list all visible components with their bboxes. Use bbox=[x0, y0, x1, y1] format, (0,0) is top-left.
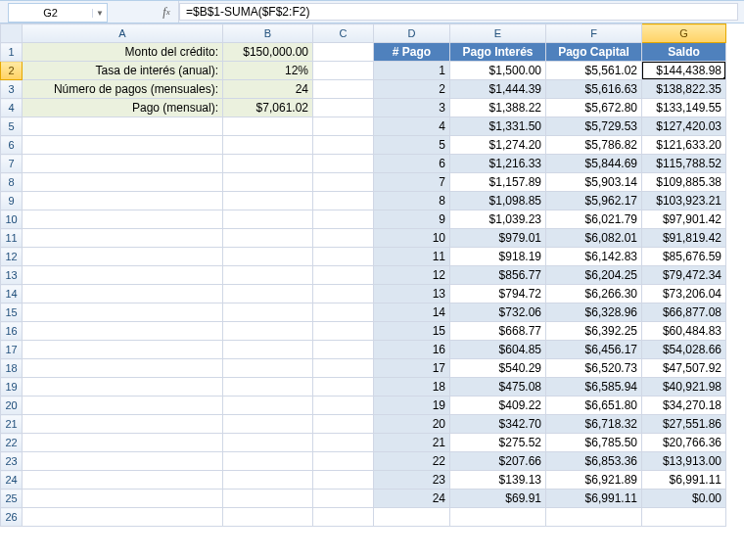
cell-G2[interactable]: $144,438.98 bbox=[642, 62, 726, 80]
cell-E8[interactable]: $1,157.89 bbox=[450, 173, 546, 192]
cell-E20[interactable]: $409.22 bbox=[450, 397, 546, 415]
cell-E19[interactable]: $475.08 bbox=[450, 378, 546, 397]
cell-A18[interactable] bbox=[23, 359, 223, 378]
row-header-17[interactable]: 17 bbox=[1, 341, 23, 359]
cell-F26[interactable] bbox=[546, 508, 642, 527]
cell-G25[interactable]: $0.00 bbox=[642, 490, 726, 508]
cell-G9[interactable]: $103,923.21 bbox=[642, 192, 726, 210]
cell-D14[interactable]: 13 bbox=[374, 285, 450, 303]
cell-G21[interactable]: $27,551.86 bbox=[642, 415, 726, 434]
cell-B12[interactable] bbox=[223, 248, 313, 266]
cell-A20[interactable] bbox=[23, 397, 223, 415]
cell-C18[interactable] bbox=[313, 359, 374, 378]
cell-C25[interactable] bbox=[313, 490, 374, 508]
cell-E9[interactable]: $1,098.85 bbox=[450, 192, 546, 210]
cell-F2[interactable]: $5,561.02 bbox=[546, 62, 642, 80]
dropdown-icon[interactable]: ▼ bbox=[92, 9, 107, 18]
cell-D13[interactable]: 12 bbox=[374, 266, 450, 285]
cell-A26[interactable] bbox=[23, 508, 223, 527]
cell-D3[interactable]: 2 bbox=[374, 80, 450, 99]
column-header-E[interactable]: E bbox=[450, 24, 546, 43]
cell-F11[interactable]: $6,082.01 bbox=[546, 229, 642, 248]
cell-F19[interactable]: $6,585.94 bbox=[546, 378, 642, 397]
cell-D15[interactable]: 14 bbox=[374, 303, 450, 322]
cell-A9[interactable] bbox=[23, 192, 223, 210]
cell-F20[interactable]: $6,651.80 bbox=[546, 397, 642, 415]
cell-F13[interactable]: $6,204.25 bbox=[546, 266, 642, 285]
row-header-23[interactable]: 23 bbox=[1, 452, 23, 471]
cell-E7[interactable]: $1,216.33 bbox=[450, 155, 546, 173]
cell-A1[interactable]: Monto del crédito: bbox=[23, 43, 223, 62]
cell-G1[interactable]: Saldo bbox=[642, 43, 726, 62]
cell-F18[interactable]: $6,520.73 bbox=[546, 359, 642, 378]
cell-E1[interactable]: Pago Interés bbox=[450, 43, 546, 62]
column-header-F[interactable]: F bbox=[546, 24, 642, 43]
cell-G17[interactable]: $54,028.66 bbox=[642, 341, 726, 359]
cell-A19[interactable] bbox=[23, 378, 223, 397]
cell-E10[interactable]: $1,039.23 bbox=[450, 210, 546, 229]
cell-B11[interactable] bbox=[223, 229, 313, 248]
cell-G20[interactable]: $34,270.18 bbox=[642, 397, 726, 415]
cell-B17[interactable] bbox=[223, 341, 313, 359]
cell-A12[interactable] bbox=[23, 248, 223, 266]
cell-E14[interactable]: $794.72 bbox=[450, 285, 546, 303]
cell-E25[interactable]: $69.91 bbox=[450, 490, 546, 508]
cell-B5[interactable] bbox=[223, 117, 313, 136]
cell-D4[interactable]: 3 bbox=[374, 99, 450, 117]
cell-E15[interactable]: $732.06 bbox=[450, 303, 546, 322]
cell-E21[interactable]: $342.70 bbox=[450, 415, 546, 434]
formula-input[interactable]: =$B$1-SUMA($F$2:F2) bbox=[179, 3, 738, 21]
cell-G16[interactable]: $60,484.83 bbox=[642, 322, 726, 341]
cell-B3[interactable]: 24 bbox=[223, 80, 313, 99]
cell-G26[interactable] bbox=[642, 508, 726, 527]
cell-C16[interactable] bbox=[313, 322, 374, 341]
row-header-16[interactable]: 16 bbox=[1, 322, 23, 341]
cell-A21[interactable] bbox=[23, 415, 223, 434]
scroll-area[interactable]: ABCDEFG 1Monto del crédito:$150,000.00# … bbox=[0, 23, 744, 560]
row-header-6[interactable]: 6 bbox=[1, 136, 23, 155]
cell-C19[interactable] bbox=[313, 378, 374, 397]
cell-A25[interactable] bbox=[23, 490, 223, 508]
cell-C5[interactable] bbox=[313, 117, 374, 136]
cell-D12[interactable]: 11 bbox=[374, 248, 450, 266]
cell-B1[interactable]: $150,000.00 bbox=[223, 43, 313, 62]
cell-C23[interactable] bbox=[313, 452, 374, 471]
row-header-10[interactable]: 10 bbox=[1, 210, 23, 229]
cell-F25[interactable]: $6,991.11 bbox=[546, 490, 642, 508]
cell-F10[interactable]: $6,021.79 bbox=[546, 210, 642, 229]
cell-E4[interactable]: $1,388.22 bbox=[450, 99, 546, 117]
row-header-26[interactable]: 26 bbox=[1, 508, 23, 527]
cell-G23[interactable]: $13,913.00 bbox=[642, 452, 726, 471]
cell-G11[interactable]: $91,819.42 bbox=[642, 229, 726, 248]
cell-B14[interactable] bbox=[223, 285, 313, 303]
cell-C14[interactable] bbox=[313, 285, 374, 303]
row-header-7[interactable]: 7 bbox=[1, 155, 23, 173]
row-header-4[interactable]: 4 bbox=[1, 99, 23, 117]
row-header-5[interactable]: 5 bbox=[1, 117, 23, 136]
column-header-B[interactable]: B bbox=[223, 24, 313, 43]
cell-B26[interactable] bbox=[223, 508, 313, 527]
cell-G6[interactable]: $121,633.20 bbox=[642, 136, 726, 155]
cell-G8[interactable]: $109,885.38 bbox=[642, 173, 726, 192]
cell-C8[interactable] bbox=[313, 173, 374, 192]
cell-G19[interactable]: $40,921.98 bbox=[642, 378, 726, 397]
cell-B22[interactable] bbox=[223, 434, 313, 452]
select-all-corner[interactable] bbox=[1, 24, 23, 43]
cell-D10[interactable]: 9 bbox=[374, 210, 450, 229]
cell-F5[interactable]: $5,729.53 bbox=[546, 117, 642, 136]
cell-D17[interactable]: 16 bbox=[374, 341, 450, 359]
cell-G15[interactable]: $66,877.08 bbox=[642, 303, 726, 322]
cell-F9[interactable]: $5,962.17 bbox=[546, 192, 642, 210]
cell-E26[interactable] bbox=[450, 508, 546, 527]
cell-B4[interactable]: $7,061.02 bbox=[223, 99, 313, 117]
cell-C20[interactable] bbox=[313, 397, 374, 415]
cell-F3[interactable]: $5,616.63 bbox=[546, 80, 642, 99]
cell-G13[interactable]: $79,472.34 bbox=[642, 266, 726, 285]
cell-G18[interactable]: $47,507.92 bbox=[642, 359, 726, 378]
cell-C15[interactable] bbox=[313, 303, 374, 322]
cell-E3[interactable]: $1,444.39 bbox=[450, 80, 546, 99]
cell-C21[interactable] bbox=[313, 415, 374, 434]
cell-D20[interactable]: 19 bbox=[374, 397, 450, 415]
cell-D8[interactable]: 7 bbox=[374, 173, 450, 192]
cell-B7[interactable] bbox=[223, 155, 313, 173]
